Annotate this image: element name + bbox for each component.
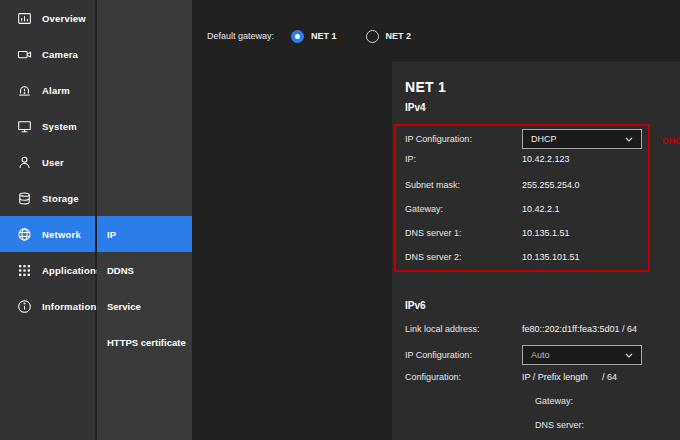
system-icon [16, 118, 32, 134]
field-label: Link local address: [405, 324, 522, 334]
sidebar-item-network[interactable]: Network [0, 216, 95, 252]
sidebar-item-alarm[interactable]: Alarm [0, 72, 95, 108]
network-icon [16, 226, 32, 242]
sidebar-item-overview[interactable]: Overview [0, 0, 95, 36]
default-gateway-label: Default gateway: [207, 31, 274, 41]
net1-radio[interactable] [291, 30, 304, 43]
information-icon [16, 298, 32, 314]
field-label: IP: [405, 154, 522, 164]
subnav-item-service[interactable]: Service [97, 288, 192, 324]
ipv4-gateway-row: Gateway: 10.42.2.1 [405, 198, 680, 220]
sidebar-item-system[interactable]: System [0, 108, 95, 144]
field-label: Subnet mask: [405, 180, 522, 190]
field-value: IP / Prefix length [522, 372, 588, 382]
overview-icon [16, 10, 32, 26]
sidebar-item-information[interactable]: Information [0, 288, 95, 324]
camera-icon [16, 46, 32, 62]
sidebar-item-label: Applications [42, 265, 101, 276]
sidebar-item-label: Information [42, 301, 96, 312]
ipv6-section-heading: IPv6 [405, 300, 426, 311]
ipv4-section-heading: IPv4 [405, 102, 426, 113]
subnav-item-ip[interactable]: IP [97, 216, 192, 252]
sidebar-item-storage[interactable]: Storage [0, 180, 95, 216]
ipv4-dns-server-2-row: DNS server 2: 10.135.101.51 [405, 246, 680, 268]
sidebar-item-label: System [42, 121, 77, 132]
ipv4-ip-configuration-select[interactable]: DHCP [522, 129, 642, 149]
sidebar-item-label: User [42, 157, 64, 168]
net2-radio[interactable] [366, 30, 379, 43]
select-value: DHCP [531, 134, 625, 144]
field-value: 10.135.101.51 [522, 252, 580, 262]
sidebar-item-applications[interactable]: Applications [0, 252, 95, 288]
sidebar-item-user[interactable]: User [0, 144, 95, 180]
prefix-length-value: / 64 [602, 372, 617, 382]
network-settings-screen: Overview Camera Alarm System User [0, 0, 680, 440]
subnav-item-label: HTTPS certificate [107, 337, 186, 348]
ipv6-link-local-row: Link local address: fe80::202:d1ff:fea3:… [405, 318, 680, 340]
net1-settings-panel: NET 1 IPv4 DHCP Server must have interne… [392, 62, 680, 440]
main-content: Default gateway: NET 1 NET 2 NET 1 IPv4 … [192, 0, 680, 440]
field-label: IP Configuration: [405, 350, 522, 360]
field-label: DNS server 1: [405, 228, 522, 238]
chevron-down-icon [625, 353, 633, 358]
subnav-item-label: Service [107, 301, 141, 312]
subnav-item-https-certificate[interactable]: HTTPS certificate [97, 324, 192, 360]
field-value: 10.42.2.1 [522, 204, 560, 214]
sidebar-item-label: Camera [42, 49, 78, 60]
ipv6-configuration-row: Configuration: IP / Prefix length / 64 [405, 366, 680, 388]
chevron-down-icon [625, 137, 633, 142]
sidebar: Overview Camera Alarm System User [0, 0, 95, 440]
panel-title: NET 1 [405, 79, 446, 95]
field-label: IP Configuration: [405, 134, 522, 144]
sidebar-item-label: Network [42, 229, 81, 240]
field-label: DNS server 2: [405, 252, 522, 262]
net1-radio-label: NET 1 [311, 31, 337, 41]
sidebar-item-label: Alarm [42, 85, 70, 96]
field-value: 10.135.1.51 [522, 228, 570, 238]
field-value: fe80::202:d1ff:fea3:5d01 / 64 [522, 324, 637, 334]
subnav-item-ddns[interactable]: DDNS [97, 252, 192, 288]
ipv6-ip-configuration-row: IP Configuration: Auto [405, 344, 680, 366]
ipv4-subnet-mask-row: Subnet mask: 255.255.254.0 [405, 174, 680, 196]
alarm-icon [16, 82, 32, 98]
storage-icon [16, 190, 32, 206]
select-value: Auto [531, 350, 625, 360]
field-label: Gateway: [405, 204, 522, 214]
default-gateway-row: Default gateway: NET 1 NET 2 [207, 28, 411, 44]
sidebar-item-label: Overview [42, 13, 86, 24]
network-subnav: IP DDNS Service HTTPS certificate [97, 0, 192, 440]
ipv4-dns-server-1-row: DNS server 1: 10.135.1.51 [405, 222, 680, 244]
field-value: 255.255.254.0 [522, 180, 580, 190]
ipv6-ip-configuration-select[interactable]: Auto [522, 345, 642, 365]
field-label: Configuration: [405, 372, 522, 382]
ipv4-ip-row: IP: 10.42.2.123 [405, 148, 680, 170]
ipv6-gateway-sublabel: Gateway: [535, 396, 573, 406]
sidebar-item-label: Storage [42, 193, 79, 204]
subnav-item-label: IP [107, 229, 116, 240]
ipv6-dns-server-sublabel: DNS server: [535, 420, 584, 430]
sidebar-item-camera[interactable]: Camera [0, 36, 95, 72]
user-icon [16, 154, 32, 170]
net2-radio-label: NET 2 [386, 31, 412, 41]
applications-icon [16, 262, 32, 278]
ipv4-ip-configuration-row: IP Configuration: DHCP [405, 128, 680, 150]
subnav-item-label: DDNS [107, 265, 134, 276]
field-value: 10.42.2.123 [522, 154, 570, 164]
